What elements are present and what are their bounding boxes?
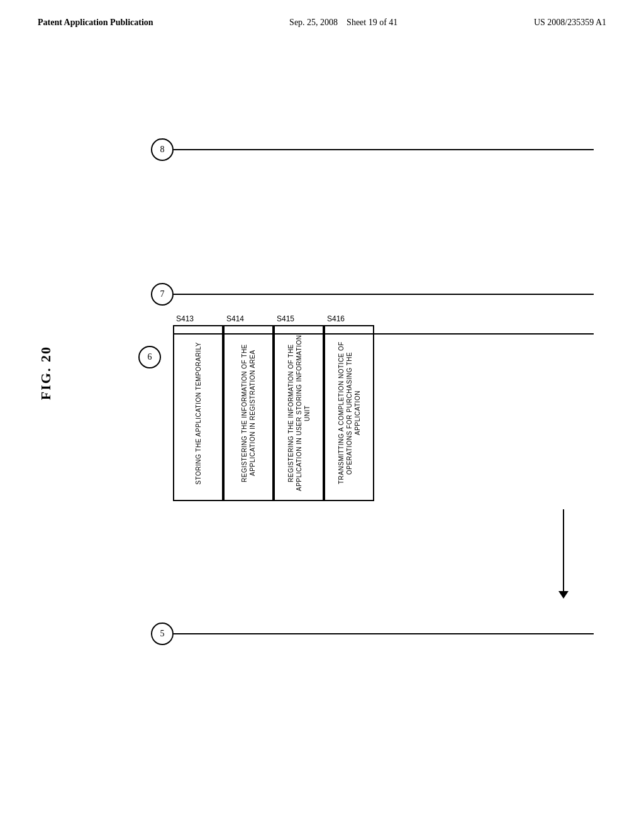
circle-7: 7	[151, 283, 174, 306]
step-text-s415: REGISTERING THE INFORMATION OF THE APPLI…	[284, 326, 314, 500]
hline-8	[174, 149, 594, 150]
date: Sep. 25, 2008	[289, 18, 338, 27]
step-num-s415: S415	[274, 314, 294, 323]
circle-5: 5	[151, 622, 174, 645]
top-connecting-line	[173, 333, 594, 335]
arrow-vertical-line	[563, 509, 564, 591]
connector-5: 5	[151, 622, 594, 645]
step-box-s414: REGISTERING THE INFORMATION OF THE APPLI…	[223, 325, 274, 501]
page-header: Patent Application Publication Sep. 25, …	[0, 0, 644, 28]
connector-8: 8	[151, 138, 594, 161]
flowchart: 6 S413 STORING THE APPLICATION TEMPORARI…	[138, 314, 594, 641]
sheet-info: Sheet 19 of 41	[347, 18, 397, 27]
hline-7	[174, 294, 594, 295]
step-s415: S415 REGISTERING THE INFORMATION OF THE …	[274, 314, 324, 501]
patent-number: US 2008/235359 A1	[534, 18, 606, 28]
steps-container: S413 STORING THE APPLICATION TEMPORARILY…	[173, 314, 594, 501]
hline-5	[174, 633, 594, 634]
step-s416: S416 TRANSMITTING A COMPLETION NOTICE OF…	[324, 314, 374, 501]
step-num-s413: S413	[173, 314, 194, 323]
connector-7: 7	[151, 283, 594, 306]
figure-label: FIG. 20	[38, 346, 54, 400]
step-box-s413: STORING THE APPLICATION TEMPORARILY	[173, 325, 223, 501]
publication-label: Patent Application Publication	[38, 18, 153, 28]
step-text-s414: REGISTERING THE INFORMATION OF THE APPLI…	[238, 326, 259, 500]
diagram-area: FIG. 20 8 7 6 S413 STORING THE APPLICATI…	[38, 75, 606, 792]
arrow-down-s416	[558, 509, 569, 599]
step-num-s414: S414	[223, 314, 244, 323]
step-num-s416: S416	[324, 314, 345, 323]
step-s414: S414 REGISTERING THE INFORMATION OF THE …	[223, 314, 274, 501]
step-s413: S413 STORING THE APPLICATION TEMPORARILY	[173, 314, 223, 501]
step-text-s413: STORING THE APPLICATION TEMPORARILY	[192, 340, 205, 487]
step-box-s416: TRANSMITTING A COMPLETION NOTICE OF OPER…	[324, 325, 374, 501]
step-text-s416: TRANSMITTING A COMPLETION NOTICE OF OPER…	[335, 326, 364, 500]
date-sheet: Sep. 25, 2008 Sheet 19 of 41	[289, 18, 397, 28]
step-box-s415: REGISTERING THE INFORMATION OF THE APPLI…	[274, 325, 324, 501]
circle-8: 8	[151, 138, 174, 161]
circle-6: 6	[138, 346, 161, 368]
arrow-head-down	[558, 591, 569, 599]
